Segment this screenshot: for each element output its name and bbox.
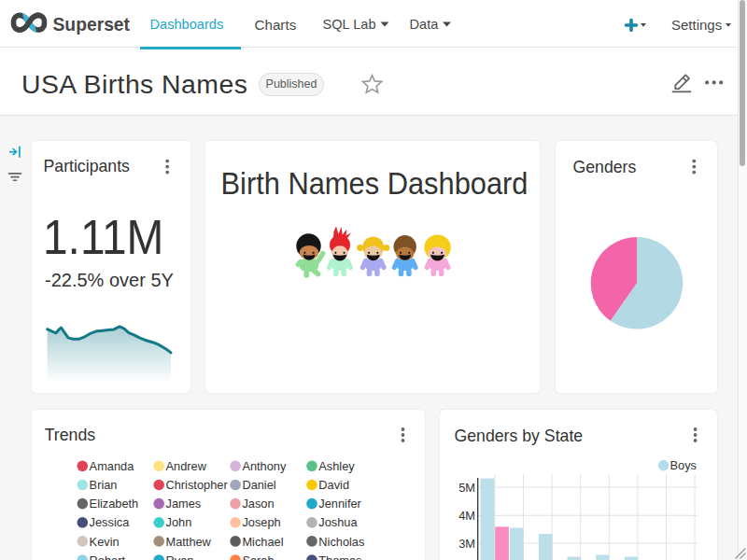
svg-text:David: David (318, 478, 349, 492)
svg-text:Christopher: Christopher (166, 478, 229, 492)
svg-text:Michael: Michael (242, 535, 283, 549)
svg-text:Robert: Robert (90, 553, 126, 560)
svg-text:Sarah: Sarah (242, 553, 274, 560)
svg-text:5M: 5M (458, 481, 475, 495)
svg-text:Brian: Brian (90, 478, 118, 492)
svg-text:Joseph: Joseph (242, 515, 280, 529)
svg-text:Amanda: Amanda (90, 459, 135, 473)
svg-text:Elizabeth: Elizabeth (90, 497, 139, 511)
svg-text:Boys: Boys (670, 458, 697, 472)
svg-text:Jessica: Jessica (90, 515, 131, 529)
svg-text:4M: 4M (458, 509, 475, 523)
svg-text:Ryan: Ryan (166, 553, 194, 560)
svg-text:Ashley: Ashley (318, 459, 355, 473)
svg-text:Anthony: Anthony (242, 459, 287, 473)
svg-text:Kevin: Kevin (90, 535, 120, 549)
svg-text:Thomas: Thomas (318, 553, 361, 560)
svg-text:Jennifer: Jennifer (318, 497, 361, 511)
svg-text:James: James (166, 497, 202, 511)
svg-text:3M: 3M (458, 537, 475, 551)
svg-text:Nicholas: Nicholas (318, 535, 364, 549)
svg-text:Daniel: Daniel (242, 478, 275, 492)
svg-text:Jason: Jason (242, 497, 274, 511)
svg-text:Joshua: Joshua (318, 515, 358, 529)
svg-text:Matthew: Matthew (166, 535, 212, 549)
svg-text:John: John (166, 515, 192, 529)
svg-text:Andrew: Andrew (166, 459, 207, 473)
